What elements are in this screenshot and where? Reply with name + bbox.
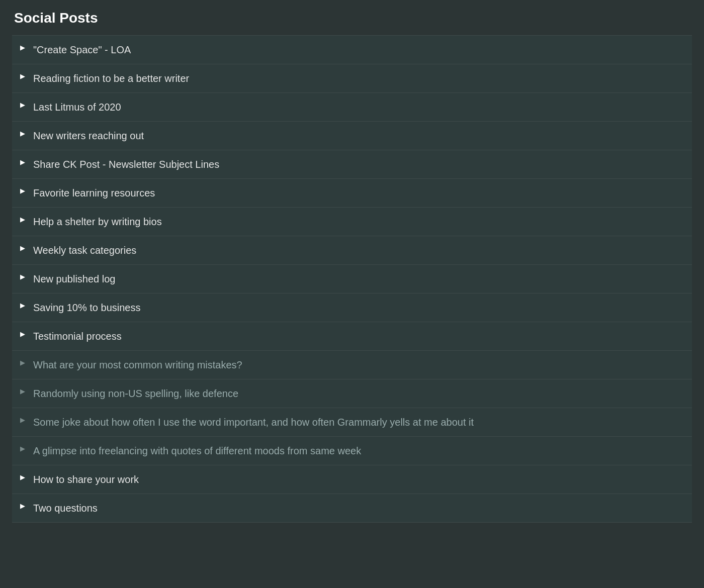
chevron-right-icon: ▶ — [20, 216, 25, 223]
chevron-right-icon: ▶ — [20, 244, 25, 252]
list-item-label: Saving 10% to business — [33, 301, 140, 315]
list-item[interactable]: ▶A glimpse into freelancing with quotes … — [12, 437, 692, 465]
list-item[interactable]: ▶Testimonial process — [12, 322, 692, 351]
chevron-right-icon: ▶ — [20, 473, 25, 481]
chevron-right-icon: ▶ — [20, 187, 25, 194]
chevron-right-icon: ▶ — [20, 72, 25, 80]
list-item[interactable]: ▶New published log — [12, 265, 692, 293]
list-item[interactable]: ▶Two questions — [12, 494, 692, 523]
list-item-label: Last Litmus of 2020 — [33, 100, 121, 114]
list-item-label: New writers reaching out — [33, 129, 144, 143]
social-posts-list: ▶"Create Space" - LOA▶Reading fiction to… — [12, 35, 692, 523]
list-item[interactable]: ▶What are your most common writing mista… — [12, 351, 692, 379]
chevron-right-icon: ▶ — [20, 330, 25, 338]
list-item-label: Favorite learning resources — [33, 186, 155, 200]
chevron-right-icon: ▶ — [20, 502, 25, 510]
chevron-right-icon: ▶ — [20, 44, 25, 51]
chevron-right-icon: ▶ — [20, 445, 25, 452]
list-item[interactable]: ▶Favorite learning resources — [12, 179, 692, 208]
chevron-right-icon: ▶ — [20, 101, 25, 109]
list-item[interactable]: ▶Weekly task categories — [12, 236, 692, 265]
chevron-right-icon: ▶ — [20, 158, 25, 166]
chevron-right-icon: ▶ — [20, 273, 25, 280]
list-item[interactable]: ▶"Create Space" - LOA — [12, 35, 692, 64]
list-item[interactable]: ▶Reading fiction to be a better writer — [12, 64, 692, 93]
list-item-label: How to share your work — [33, 472, 139, 486]
list-item[interactable]: ▶Last Litmus of 2020 — [12, 93, 692, 122]
list-item-label: Reading fiction to be a better writer — [33, 71, 189, 85]
chevron-right-icon: ▶ — [20, 387, 25, 395]
list-item-label: New published log — [33, 272, 115, 286]
list-item[interactable]: ▶Help a shelter by writing bios — [12, 208, 692, 236]
list-item-label: Two questions — [33, 501, 98, 515]
list-item[interactable]: ▶Share CK Post - Newsletter Subject Line… — [12, 150, 692, 179]
list-item-label: Share CK Post - Newsletter Subject Lines — [33, 157, 219, 171]
list-item-label: What are your most common writing mistak… — [33, 358, 242, 372]
page-title: Social Posts — [12, 10, 692, 26]
list-item[interactable]: ▶Randomly using non-US spelling, like de… — [12, 379, 692, 408]
list-item[interactable]: ▶How to share your work — [12, 465, 692, 494]
list-item-label: "Create Space" - LOA — [33, 43, 131, 57]
list-item[interactable]: ▶New writers reaching out — [12, 122, 692, 150]
chevron-right-icon: ▶ — [20, 416, 25, 424]
list-item-label: Testimonial process — [33, 329, 122, 343]
chevron-right-icon: ▶ — [20, 359, 25, 366]
list-item-label: Some joke about how often I use the word… — [33, 415, 474, 429]
chevron-right-icon: ▶ — [20, 302, 25, 309]
list-item-label: Help a shelter by writing bios — [33, 215, 162, 229]
list-item-label: Randomly using non-US spelling, like def… — [33, 386, 238, 401]
list-item-label: Weekly task categories — [33, 243, 136, 257]
list-item-label: A glimpse into freelancing with quotes o… — [33, 444, 361, 458]
chevron-right-icon: ▶ — [20, 130, 25, 137]
list-item[interactable]: ▶Some joke about how often I use the wor… — [12, 408, 692, 437]
list-item[interactable]: ▶Saving 10% to business — [12, 293, 692, 322]
